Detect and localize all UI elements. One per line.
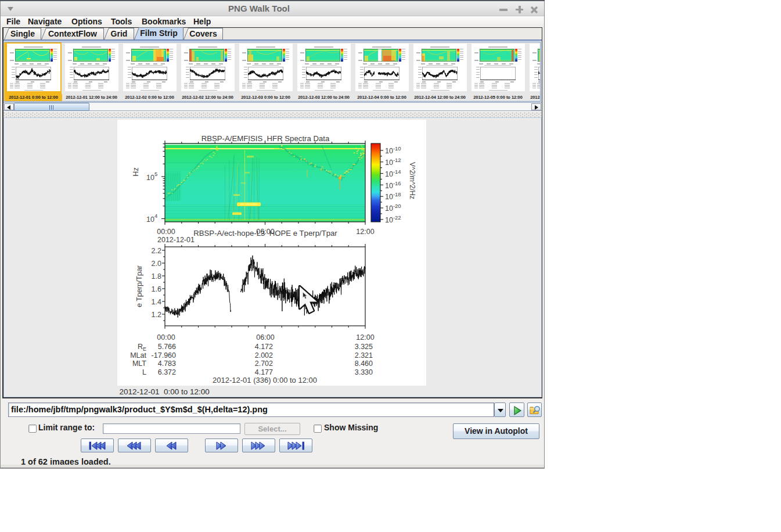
svg-text:10-16: 10-16 bbox=[385, 180, 401, 190]
svg-text:4.172: 4.172 bbox=[255, 343, 273, 351]
svg-text:1.4: 1.4 bbox=[152, 298, 161, 306]
svg-text:10-20: 10-20 bbox=[385, 203, 401, 213]
svg-text:e Tperp/Tpar: e Tperp/Tpar bbox=[135, 265, 143, 307]
svg-text:00:00: 00:00 bbox=[157, 333, 175, 342]
svg-text:2012-12-01 (336) 0:00 to 12:00: 2012-12-01 (336) 0:00 to 12:00 bbox=[213, 376, 317, 384]
svg-text:10-12: 10-12 bbox=[385, 157, 401, 167]
svg-text:1.2: 1.2 bbox=[152, 311, 161, 319]
svg-text:06:00: 06:00 bbox=[256, 333, 274, 342]
svg-text:2.002: 2.002 bbox=[255, 351, 273, 360]
svg-text:RE: RE bbox=[138, 343, 146, 352]
svg-text:10: 10 bbox=[146, 174, 154, 182]
svg-text:1.6: 1.6 bbox=[152, 285, 161, 293]
svg-text:6.372: 6.372 bbox=[158, 368, 176, 376]
svg-text:V^2/m^2/Hz: V^2/m^2/Hz bbox=[408, 162, 416, 199]
svg-text:MLat: MLat bbox=[130, 351, 146, 360]
svg-text:4: 4 bbox=[154, 213, 157, 219]
svg-text:12:00: 12:00 bbox=[356, 228, 374, 236]
svg-text:10-18: 10-18 bbox=[385, 191, 401, 201]
svg-text:10-22: 10-22 bbox=[385, 214, 401, 224]
svg-text:2.702: 2.702 bbox=[255, 360, 273, 368]
svg-text:4.177: 4.177 bbox=[255, 368, 273, 376]
svg-text:-17.960: -17.960 bbox=[152, 351, 176, 360]
svg-text:2.321: 2.321 bbox=[355, 351, 373, 360]
svg-text:5: 5 bbox=[154, 171, 157, 177]
svg-text:RBSP-A/EMFISIS HFR Spectra Da: RBSP-A/EMFISIS HFR Spectra Data bbox=[201, 134, 330, 143]
svg-text:L: L bbox=[142, 368, 146, 376]
svg-text:4.783: 4.783 bbox=[158, 360, 176, 368]
svg-text:10-14: 10-14 bbox=[385, 168, 401, 178]
svg-text:12:00: 12:00 bbox=[356, 333, 374, 342]
svg-text:5.766: 5.766 bbox=[158, 343, 176, 351]
svg-text:2012-12-01: 2012-12-01 bbox=[157, 236, 195, 244]
svg-text:Hz: Hz bbox=[132, 167, 140, 176]
svg-text:3.330: 3.330 bbox=[355, 368, 373, 376]
svg-text:8.460: 8.460 bbox=[355, 360, 373, 368]
svg-text:MLT: MLT bbox=[132, 360, 146, 368]
svg-text:10-10: 10-10 bbox=[385, 145, 401, 155]
svg-text:00:00: 00:00 bbox=[157, 228, 175, 236]
svg-text:2.2: 2.2 bbox=[152, 247, 161, 255]
svg-text:2.0: 2.0 bbox=[152, 260, 161, 268]
svg-text:3.325: 3.325 bbox=[355, 343, 373, 351]
svg-text:1.8: 1.8 bbox=[152, 272, 161, 281]
svg-text:RBSP-A/ect-hope-L3 HOPE e Tpe: RBSP-A/ect-hope-L3 HOPE e Tperp/Tpar bbox=[193, 229, 337, 238]
svg-text:10: 10 bbox=[146, 215, 154, 224]
